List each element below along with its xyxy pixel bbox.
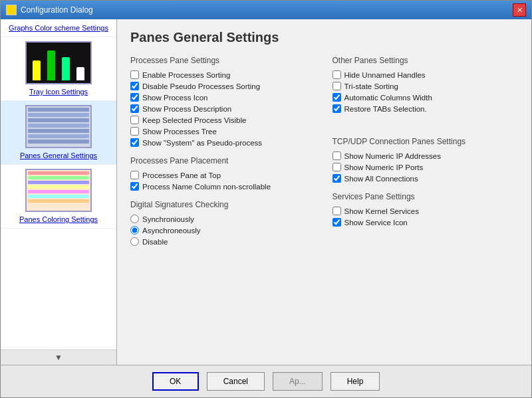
checkbox-disable-pseudo: Disable Pseudo Processes Sorting — [130, 82, 317, 90]
checkbox-tristate-input[interactable] — [332, 82, 341, 90]
checkbox-show-system-label: Show "System" as Pseudo-process — [142, 139, 262, 147]
placement-title: Processes Pane Placement — [130, 156, 317, 165]
checkbox-service-icon: Show Service Icon — [332, 218, 519, 227]
cancel-button[interactable]: Cancel — [207, 372, 265, 391]
checkbox-hide-unnamed-label: Hide Unnamed Handles — [344, 71, 426, 79]
checkbox-disable-pseudo-input[interactable] — [130, 82, 139, 90]
checkbox-keep-selected-input[interactable] — [130, 116, 139, 124]
checkbox-kernel-services-input[interactable] — [332, 207, 341, 215]
checkbox-numeric-ports-label: Show Numeric IP Ports — [344, 163, 424, 171]
radio-disable-input[interactable] — [130, 237, 139, 246]
digital-signatures-section: Digital Signatures Checking Synchronious… — [130, 200, 317, 246]
checkbox-non-scrollable-input[interactable] — [130, 182, 139, 191]
title-bar: Configuration Dialog ✕ — [1, 1, 531, 19]
checkbox-show-description-input[interactable] — [130, 104, 139, 113]
placement-section: Processes Pane Placement Processes Pane … — [130, 156, 317, 191]
checkbox-numeric-ip-input[interactable] — [332, 151, 341, 160]
radio-synchroniously-label: Synchroniously — [142, 215, 194, 223]
checkbox-keep-selected: Keep Selected Process Visible — [130, 116, 317, 124]
checkbox-show-process-icon-label: Show Process Icon — [142, 94, 207, 102]
radio-disable-label: Disable — [142, 238, 168, 246]
checkbox-enable-sorting-input[interactable] — [130, 70, 139, 79]
content-area: Graphs Color scheme Settings Tray Icon S… — [1, 19, 531, 365]
checkbox-show-process-icon: Show Process Icon — [130, 93, 317, 102]
checkbox-service-icon-label: Show Service Icon — [344, 219, 408, 227]
checkbox-pane-at-top: Processes Pane at Top — [130, 171, 317, 179]
checkbox-show-description: Show Process Description — [130, 104, 317, 113]
checkbox-enable-sorting-label: Enable Processes Sorting — [142, 71, 230, 79]
digital-signatures-title: Digital Signatures Checking — [130, 200, 317, 209]
main-panel: Panes General Settings Processes Pane Se… — [117, 19, 531, 365]
sidebar-label-tray: Tray Icon Settings — [29, 88, 88, 96]
processes-pane-title: Processes Pane Settings — [130, 56, 317, 65]
tcp-udp-title: TCP/UDP Connection Panes Settings — [332, 137, 519, 146]
window-title: Configuration Dialog — [21, 5, 93, 15]
processes-pane-section: Processes Pane Settings Enable Processes… — [130, 56, 317, 147]
app-icon — [6, 5, 17, 15]
checkbox-hide-unnamed-input[interactable] — [332, 70, 341, 79]
settings-grid: Processes Pane Settings Enable Processes… — [130, 56, 518, 255]
sidebar-item-graphs[interactable]: Graphs Color scheme Settings — [1, 19, 116, 37]
sidebar-thumb-coloring — [25, 169, 92, 212]
checkbox-pane-at-top-input[interactable] — [130, 171, 139, 179]
button-bar: OK Cancel Ap... Help — [1, 365, 531, 397]
checkbox-show-process-icon-input[interactable] — [130, 93, 139, 102]
close-button[interactable]: ✕ — [513, 3, 526, 17]
checkbox-non-scrollable-label: Process Name Column non-scrollable — [142, 183, 271, 191]
checkbox-show-description-label: Show Process Description — [142, 105, 231, 113]
checkbox-tristate: Tri-state Sorting — [332, 82, 519, 90]
checkbox-show-tree-label: Show Processes Tree — [142, 128, 217, 136]
tcp-udp-section: TCP/UDP Connection Panes Settings Show N… — [332, 137, 519, 183]
radio-asynchroneously-input[interactable] — [130, 226, 139, 235]
services-pane-title: Services Pane Settings — [332, 192, 519, 201]
checkbox-show-system-input[interactable] — [130, 138, 139, 147]
help-button[interactable]: Help — [331, 372, 380, 391]
checkbox-keep-selected-label: Keep Selected Process Visible — [142, 116, 246, 124]
checkbox-all-connections-label: Show All Connections — [344, 175, 418, 183]
checkbox-numeric-ports-input[interactable] — [332, 163, 341, 171]
checkbox-all-connections-input[interactable] — [332, 174, 341, 183]
other-panes-section: Other Panes Settings Hide Unnamed Handle… — [332, 56, 519, 113]
sidebar-item-tray[interactable]: Tray Icon Settings — [1, 37, 116, 101]
title-bar-left: Configuration Dialog — [6, 5, 93, 15]
radio-synchroniously: Synchroniously — [130, 215, 317, 223]
page-title: Panes General Settings — [130, 30, 518, 45]
sidebar-thumb-panes-general — [25, 105, 92, 148]
checkbox-numeric-ports: Show Numeric IP Ports — [332, 163, 519, 171]
coloring-preview — [27, 170, 90, 211]
ok-button[interactable]: OK — [152, 372, 199, 391]
checkbox-restore-tabs-label: Restore TABs Selection. — [344, 105, 427, 113]
sidebar-label-graphs: Graphs Color scheme Settings — [9, 24, 108, 32]
checkbox-auto-columns-input[interactable] — [332, 93, 341, 102]
radio-asynchroneously-label: Asynchroneously — [142, 227, 201, 235]
services-pane-section: Services Pane Settings Show Kernel Servi… — [332, 192, 519, 227]
radio-disable: Disable — [130, 237, 317, 246]
sidebar-thumb-tray — [25, 41, 92, 84]
panes-general-preview — [27, 106, 90, 147]
tray-preview — [27, 43, 90, 83]
checkbox-show-tree-input[interactable] — [130, 127, 139, 136]
checkbox-numeric-ip-label: Show Numeric IP Addresses — [344, 152, 442, 160]
checkbox-show-system: Show "System" as Pseudo-process — [130, 138, 317, 147]
radio-synchroniously-input[interactable] — [130, 215, 139, 223]
checkbox-disable-pseudo-label: Disable Pseudo Processes Sorting — [142, 82, 260, 90]
sidebar-label-panes-coloring: Panes Coloring Settings — [19, 215, 98, 223]
checkbox-service-icon-input[interactable] — [332, 218, 341, 227]
left-column: Processes Pane Settings Enable Processes… — [130, 56, 317, 255]
checkbox-tristate-label: Tri-state Sorting — [344, 82, 398, 90]
other-panes-title: Other Panes Settings — [332, 56, 519, 65]
apply-button[interactable]: Ap... — [273, 372, 323, 391]
radio-asynchroneously: Asynchroneously — [130, 226, 317, 235]
checkbox-restore-tabs: Restore TABs Selection. — [332, 104, 519, 113]
sidebar-item-panes-coloring[interactable]: Panes Coloring Settings — [1, 165, 116, 229]
checkbox-pane-at-top-label: Processes Pane at Top — [142, 171, 221, 179]
checkbox-restore-tabs-input[interactable] — [332, 104, 341, 113]
sidebar-item-panes-general[interactable]: Panes General Settings — [1, 101, 116, 165]
sidebar-label-panes-general: Panes General Settings — [20, 151, 97, 159]
checkbox-kernel-services: Show Kernel Services — [332, 207, 519, 215]
scroll-down-arrow[interactable]: ▼ — [1, 349, 116, 365]
checkbox-all-connections: Show All Connections — [332, 174, 519, 183]
checkbox-auto-columns-label: Automatic Columns Width — [344, 94, 432, 102]
checkbox-hide-unnamed: Hide Unnamed Handles — [332, 70, 519, 79]
configuration-dialog: Configuration Dialog ✕ Graphs Color sche… — [0, 0, 532, 398]
